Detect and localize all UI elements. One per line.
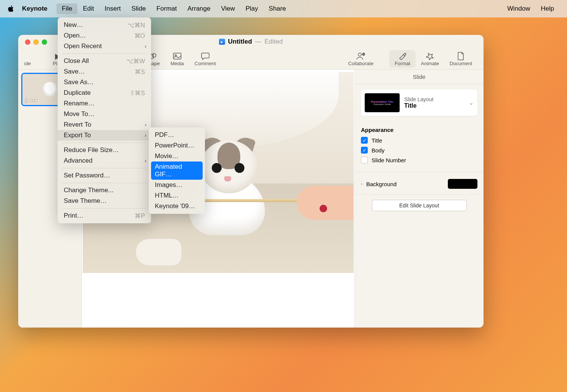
media-icon [173,52,181,61]
chevron-down-icon: ⌄ [469,100,474,106]
doc-separator: — [255,38,261,45]
export-movie[interactable]: Movie… [149,151,205,162]
export-powerpoint[interactable]: PowerPoint… [149,140,205,151]
svg-point-12 [358,53,361,56]
background-label: Background [366,181,397,187]
file-menu-advanced[interactable]: Advanced› [58,155,151,166]
checkbox-title-label: Title [372,137,382,144]
file-menu-rename[interactable]: Rename… [58,98,151,109]
file-menu-set-password[interactable]: Set Password… [58,170,151,181]
inspector-tab-slide[interactable]: Slide [355,70,484,84]
toolbar-format-label: Format [395,61,410,66]
edit-slide-layout-button[interactable]: Edit Slide Layout [372,200,467,211]
app-name[interactable]: Keynote [22,5,47,13]
toolbar-document-label: Document [450,61,472,66]
collaborate-icon [356,52,366,61]
checkbox-title[interactable]: ✓ [361,137,368,144]
svg-rect-10 [173,53,181,59]
menu-format[interactable]: Format [151,3,182,14]
menu-view[interactable]: View [216,3,240,14]
file-menu-dropdown: New…⌥⌘NOpen…⌘OOpen Recent›Close All⌥⌘WSa… [58,17,151,223]
menu-slide[interactable]: Slide [126,3,151,14]
checkbox-slidenum[interactable] [361,157,368,163]
menu-help[interactable]: Help [536,3,559,14]
background-color-well[interactable] [448,179,477,189]
export-keynote-09[interactable]: Keynote '09… [149,201,205,212]
toolbar-animate-label: Animate [421,61,439,66]
chevron-right-icon: › [145,132,146,138]
file-menu-save-as[interactable]: Save As… [58,77,151,88]
export-pdf[interactable]: PDF… [149,130,205,140]
export-animated-gif[interactable]: Animated GIF… [151,162,203,180]
appearance-section: Appearance ✓ Title ✓ Body Slide Number [355,121,484,172]
apple-menu-icon[interactable] [8,5,14,12]
menu-insert[interactable]: Insert [99,3,126,14]
file-menu-move-to[interactable]: Move To… [58,109,151,119]
file-menu-print[interactable]: Print…⌘P [58,210,151,221]
export-images[interactable]: Images… [149,180,205,190]
disclosure-triangle-icon[interactable]: › [361,181,362,187]
format-icon [398,52,406,61]
menu-arrange[interactable]: Arrange [182,3,216,14]
export-to-submenu: PDF…PowerPoint…Movie…Animated GIF…Images… [149,127,205,214]
toolbar-document[interactable]: Document [444,52,477,66]
comment-icon [201,52,209,61]
doc-title-text: Untitled [228,38,252,45]
file-menu-save-theme[interactable]: Save Theme… [58,196,151,206]
toolbar-addslide-label: ide [24,61,31,66]
layout-label: Slide Layout [404,96,465,102]
animate-icon [426,52,434,61]
menu-edit[interactable]: Edit [77,3,99,14]
checkbox-body-row[interactable]: ✓ Body [361,147,477,154]
checkbox-slidenum-label: Slide Number [372,157,406,163]
toolbar-collaborate[interactable]: Collaborate [343,52,379,66]
file-menu-close-all[interactable]: Close All⌥⌘W [58,56,151,66]
layout-thumbnail: Presentation Title Presentation Subtitle [365,93,400,112]
checkbox-body-label: Body [372,147,384,154]
toolbar-format[interactable]: Format [389,50,416,68]
checkbox-title-row[interactable]: ✓ Title [361,137,477,144]
toolbar-comment-label: Comment [195,61,216,66]
toolbar-animate[interactable]: Animate [416,52,444,66]
menu-share[interactable]: Share [263,3,291,14]
checkbox-body[interactable]: ✓ [361,147,368,154]
chevron-right-icon: › [145,43,146,49]
file-menu-save[interactable]: Save…⌘S [58,66,151,77]
menu-window[interactable]: Window [502,3,536,14]
chevron-right-icon: › [145,158,146,164]
file-menu-duplicate[interactable]: Duplicate⇧⌘S [58,88,151,98]
slide-number: 1 [25,97,28,103]
background-section: › Background [355,172,484,194]
file-menu-export-to[interactable]: Export To› [58,130,151,141]
slide-layout-picker[interactable]: Presentation Title Presentation Subtitle… [361,89,477,116]
thumb-options-icon: ••• [30,97,38,103]
file-menu-change-theme[interactable]: Change Theme... [58,185,151,196]
doc-status: Edited [265,38,283,45]
menu-file[interactable]: File [57,3,77,14]
system-menubar: Keynote File Edit Insert Slide Format Ar… [0,0,567,17]
file-menu-open[interactable]: Open…⌘O [58,30,151,41]
toolbar-media-label: Media [170,61,184,66]
keynote-doc-icon: ▸ [219,39,225,45]
file-menu-revert-to[interactable]: Revert To› [58,119,151,130]
toolbar-addslide-clipped[interactable]: ide [24,52,36,66]
format-inspector: Slide Presentation Title Presentation Su… [354,70,484,328]
chevron-right-icon: › [145,122,146,128]
checkbox-slidenum-row[interactable]: Slide Number [361,157,477,163]
svg-point-9 [152,53,156,57]
file-menu-reduce-file-size[interactable]: Reduce File Size… [58,145,151,155]
toolbar-collab-label: Collaborate [348,61,373,66]
toolbar-media[interactable]: Media [165,52,189,66]
document-icon [457,52,464,61]
toolbar-comment[interactable]: Comment [189,52,221,66]
appearance-header: Appearance [361,127,477,133]
export-html[interactable]: HTML… [149,190,205,201]
file-menu-new[interactable]: New…⌥⌘N [58,20,151,30]
menu-play[interactable]: Play [240,3,263,14]
file-menu-open-recent[interactable]: Open Recent› [58,41,151,52]
layout-value: Title [404,102,465,109]
